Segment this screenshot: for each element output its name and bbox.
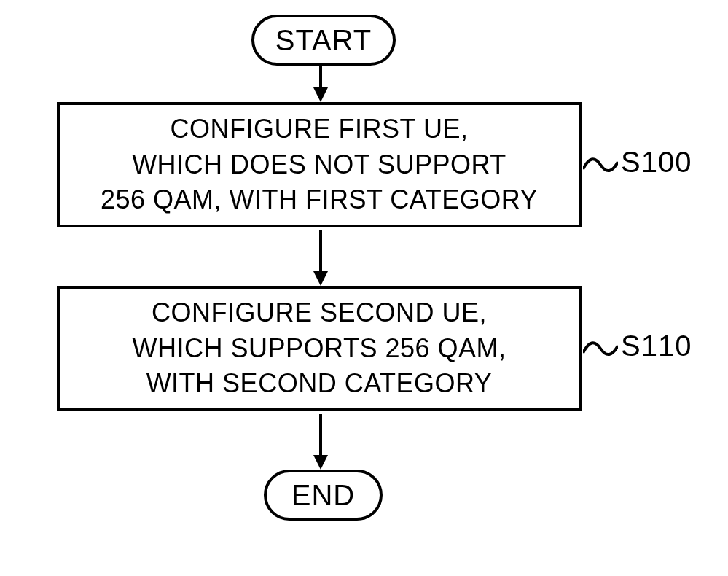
arrow-step2-to-end [313, 414, 328, 471]
flowchart-canvas: START CONFIGURE FIRST UE, WHICH DOES NOT… [0, 0, 728, 576]
svg-marker-1 [313, 87, 328, 102]
svg-marker-5 [313, 455, 328, 470]
step1-id-label: S100 [621, 146, 692, 179]
process-step1: CONFIGURE FIRST UE, WHICH DOES NOT SUPPO… [57, 102, 582, 227]
svg-marker-3 [313, 271, 328, 286]
step2-id-label: S110 [621, 330, 692, 362]
end-terminator: END [264, 470, 383, 521]
connector-tilde-step2 [583, 338, 618, 360]
arrow-step1-to-step2 [313, 230, 328, 287]
connector-tilde-step1 [583, 155, 618, 176]
start-terminator: START [251, 15, 396, 66]
process-step2: CONFIGURE SECOND UE, WHICH SUPPORTS 256 … [57, 286, 582, 411]
process-step2-text: CONFIGURE SECOND UE, WHICH SUPPORTS 256 … [133, 295, 506, 402]
arrow-start-to-step1 [313, 63, 328, 103]
end-label: END [291, 479, 355, 512]
start-label: START [275, 24, 372, 57]
process-step1-text: CONFIGURE FIRST UE, WHICH DOES NOT SUPPO… [101, 112, 538, 218]
